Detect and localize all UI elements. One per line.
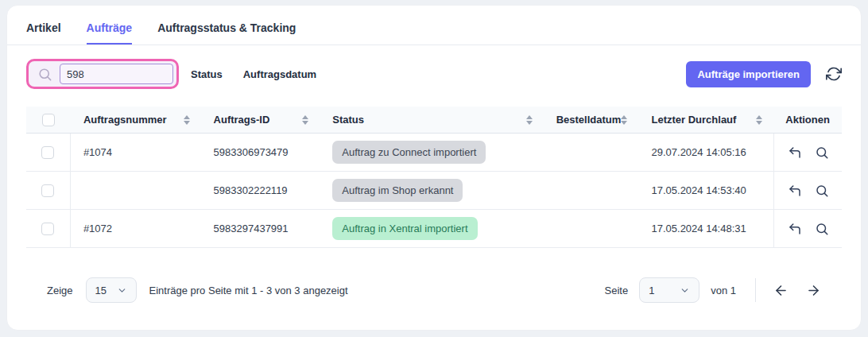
column-header-letzter-durchlauf[interactable]: Letzter Durchlauf xyxy=(638,114,773,126)
toolbar-right: Aufträge importieren xyxy=(686,61,842,87)
tab-artikel[interactable]: Artikel xyxy=(26,21,61,45)
refresh-icon xyxy=(826,66,842,82)
status-badge: Auftrag im Shop erkannt xyxy=(332,179,463,202)
status-cell: Auftrag im Shop erkannt xyxy=(320,179,543,202)
refresh-button[interactable] xyxy=(826,66,842,82)
column-label: Letzter Durchlauf xyxy=(651,114,736,126)
status-badge: Auftrag zu Connect importiert xyxy=(332,141,486,164)
row-checkbox[interactable] xyxy=(41,146,54,159)
sort-icon[interactable] xyxy=(302,115,308,125)
status-cell: Auftrag in Xentral importiert xyxy=(320,217,543,240)
tab-auftraege[interactable]: Aufträge xyxy=(87,21,133,45)
select-all-cell xyxy=(26,114,71,126)
resync-order-button[interactable] xyxy=(788,184,802,198)
page-size-value: 15 xyxy=(95,285,107,296)
chevron-down-icon xyxy=(117,285,127,296)
auftragsnummer-cell: #1074 xyxy=(71,146,201,158)
tab-auftragsstatus-tracking[interactable]: Auftragsstatus & Tracking xyxy=(157,21,296,45)
row-checkbox[interactable] xyxy=(41,223,54,235)
seite-label: Seite xyxy=(605,285,629,296)
magnifier-icon xyxy=(815,145,829,160)
select-all-checkbox[interactable] xyxy=(42,114,55,126)
filter-auftragsdatum[interactable]: Auftragsdatum xyxy=(243,68,316,80)
column-header-auftragsnummer[interactable]: Auftragsnummer xyxy=(71,114,201,126)
chevron-down-icon xyxy=(680,285,690,296)
column-header-auftrags-id[interactable]: Auftrags-ID xyxy=(201,114,320,126)
resync-order-button[interactable] xyxy=(788,145,802,160)
auftrags-id-cell: 5983306973479 xyxy=(201,146,320,158)
auftrags-id-cell: 5983302222119 xyxy=(201,184,320,196)
search-box[interactable] xyxy=(26,59,179,89)
entries-summary: Einträge pro Seite mit 1 - 3 von 3 angez… xyxy=(149,285,348,296)
orders-panel: Artikel Aufträge Auftragsstatus & Tracki… xyxy=(6,5,862,331)
search-icon xyxy=(37,67,52,82)
undo-icon xyxy=(788,184,802,198)
view-order-button[interactable] xyxy=(815,145,829,160)
undo-icon xyxy=(788,145,802,160)
toolbar: Status Auftragsdatum Aufträge importiere… xyxy=(7,45,861,90)
magnifier-icon xyxy=(815,222,829,236)
next-page-button[interactable] xyxy=(806,283,821,298)
resync-order-button[interactable] xyxy=(788,222,802,236)
pager: Seite 1 von 1 xyxy=(605,277,821,303)
status-badge: Auftrag in Xentral importiert xyxy=(332,217,477,240)
zeige-label: Zeige xyxy=(47,285,73,296)
column-header-bestelldatum[interactable]: Bestelldatum xyxy=(544,114,639,126)
tab-bar: Artikel Aufträge Auftragsstatus & Tracki… xyxy=(7,6,861,45)
filter-status[interactable]: Status xyxy=(191,68,223,80)
status-cell: Auftrag zu Connect importiert xyxy=(320,141,543,164)
row-select-cell xyxy=(26,134,71,171)
auftrags-id-cell: 5983297437991 xyxy=(201,223,320,234)
filter-group: Status Auftragsdatum xyxy=(191,68,316,80)
sort-icon[interactable] xyxy=(184,115,190,125)
column-header-aktionen: Aktionen xyxy=(773,114,842,126)
sort-icon[interactable] xyxy=(621,115,627,125)
previous-page-button[interactable] xyxy=(773,283,789,298)
table-header-row: Auftragsnummer Auftrags-ID Status Bestel… xyxy=(26,107,842,134)
page-select[interactable]: 1 xyxy=(639,277,699,303)
magnifier-icon xyxy=(815,184,829,198)
aktionen-cell xyxy=(773,134,842,171)
table-row: #1072 5983297437991 Auftrag in Xentral i… xyxy=(26,210,842,248)
orders-table: Auftragsnummer Auftrags-ID Status Bestel… xyxy=(26,107,842,248)
column-label: Status xyxy=(332,114,364,126)
view-order-button[interactable] xyxy=(815,184,829,198)
view-order-button[interactable] xyxy=(815,222,829,236)
letzter-durchlauf-cell: 17.05.2024 14:48:31 xyxy=(638,223,773,234)
column-label: Bestelldatum xyxy=(556,114,622,126)
aktionen-cell xyxy=(773,172,842,209)
column-label: Auftrags-ID xyxy=(214,114,270,126)
row-select-cell xyxy=(26,172,71,209)
page-size-select[interactable]: 15 xyxy=(86,277,137,303)
page-count-label: von 1 xyxy=(711,285,736,296)
divider xyxy=(755,278,756,302)
letzter-durchlauf-cell: 17.05.2024 14:53:40 xyxy=(638,184,773,196)
table-row: 5983302222119 Auftrag im Shop erkannt 17… xyxy=(26,172,842,210)
page-value: 1 xyxy=(649,285,654,296)
arrow-right-icon xyxy=(806,283,821,298)
arrow-left-icon xyxy=(773,283,789,298)
auftragsnummer-cell: #1072 xyxy=(71,223,201,234)
column-label: Aktionen xyxy=(785,114,830,126)
sort-icon[interactable] xyxy=(756,115,762,125)
row-checkbox[interactable] xyxy=(41,184,54,197)
letzter-durchlauf-cell: 29.07.2024 14:05:16 xyxy=(638,146,773,158)
undo-icon xyxy=(788,222,802,236)
row-select-cell xyxy=(26,210,71,247)
column-header-status[interactable]: Status xyxy=(320,114,543,126)
column-label: Auftragsnummer xyxy=(83,114,167,126)
aktionen-cell xyxy=(773,210,842,247)
pagination-bar: Zeige 15 Einträge pro Seite mit 1 - 3 vo… xyxy=(26,277,842,303)
sort-icon[interactable] xyxy=(526,115,533,125)
search-input[interactable] xyxy=(60,64,173,84)
import-orders-button[interactable]: Aufträge importieren xyxy=(686,61,811,87)
table-row: #1074 5983306973479 Auftrag zu Connect i… xyxy=(26,134,842,172)
